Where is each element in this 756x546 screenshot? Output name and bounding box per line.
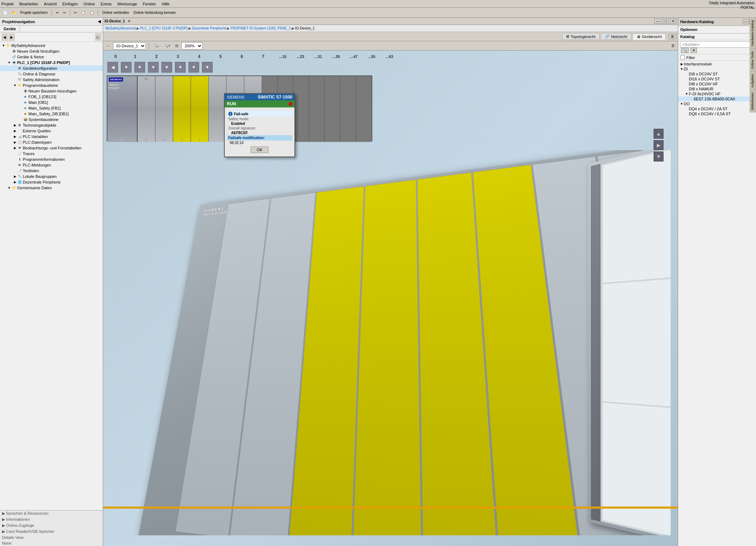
search-btn[interactable]: 🔍: [681, 48, 689, 53]
tree-item-main-safety-fb1[interactable]: ■ Main_Safety [FB1]: [0, 105, 103, 111]
module-slot1[interactable]: |||||| 1: [138, 76, 155, 142]
tree-item-traces[interactable]: 📈 Traces: [0, 151, 103, 157]
nav-down6-arrow[interactable]: ▼: [188, 62, 199, 73]
tree-item-devices-nets[interactable]: 🔗 Geräte & Netze: [0, 54, 103, 60]
tree-item-sys-bausteine[interactable]: 📦 Systembausteine: [0, 117, 103, 122]
maximize-btn[interactable]: □: [663, 18, 669, 24]
nav-down3-arrow[interactable]: ▼: [148, 62, 159, 73]
tree-item-plc-dt[interactable]: ▶ 📋 PLC-Datentypen: [0, 139, 103, 145]
tab-topologie[interactable]: ⊞ Topologiesicht: [562, 33, 600, 40]
cpu-module-0[interactable]: SIEMENS SIMATICET200SP CPU: [107, 76, 138, 142]
copy-btn[interactable]: 📋: [79, 9, 87, 17]
tab-geraete[interactable]: Geräte: [0, 26, 20, 32]
cat-item-dq8[interactable]: DQ8 x DC24V / 0,5A ST: [678, 111, 756, 116]
tree-item-fob1[interactable]: ■ FOB_1 [OB123]: [0, 94, 103, 100]
redo-btn[interactable]: ↪: [61, 9, 68, 17]
expand-view-btn[interactable]: ⊞: [669, 34, 676, 39]
tree-item-plc-msg[interactable]: ✉ PLC-Meldungen: [0, 162, 103, 168]
paste-btn[interactable]: 📋: [88, 9, 96, 17]
menu-projekt[interactable]: Projekt: [1, 2, 14, 6]
sidebar-bottom-sprachen[interactable]: ▶ Sprachen & Ressourcen: [0, 510, 103, 516]
tree-item-progbausteine[interactable]: ▼ 📁 Programmbausteine: [0, 83, 103, 88]
tree-item-tech[interactable]: ▶ ⚙ Technologieobjekte: [0, 122, 103, 128]
tree-item-gemeinsame[interactable]: ▼ 📁 Gemeinsame Daten: [0, 185, 103, 191]
cat-item-dq4[interactable]: DQ4 x DC24V / 2A ST: [678, 106, 756, 111]
cat-item-do[interactable]: ▼ DO: [678, 101, 756, 106]
nav-down5-arrow[interactable]: ▼: [175, 62, 186, 73]
cat-item-di8-24v-hf[interactable]: DI8 x DC24V HF: [678, 81, 756, 86]
tree-item-main-safety-db1[interactable]: ■ Main_Safety_DB [DB1]: [0, 111, 103, 117]
diag-right-arrow[interactable]: ▶: [654, 140, 664, 150]
cat-item-fdi-8x24[interactable]: ▼ F-DI 8x24VDC HF: [678, 91, 756, 96]
tree-item-online-diag[interactable]: 🔍 Online & Diagnose: [0, 71, 103, 77]
tree-item-plc-vars[interactable]: ▶ 📊 PLC-Variablen: [0, 134, 103, 139]
breadcrumb-part-3[interactable]: PROFINET IO-System (100): PN/IE_1: [230, 26, 291, 30]
tree-item-ext-quellen[interactable]: ▶ 📄 Externe Quellen: [0, 128, 103, 134]
nav-down1-arrow[interactable]: ▼: [121, 62, 132, 73]
cat-item-di16-24v-st[interactable]: DI16 x DC24V ST: [678, 76, 756, 81]
tab-netz[interactable]: 🔗 Netzsicht: [601, 33, 631, 40]
diag-up-arrow[interactable]: ▲: [654, 129, 664, 139]
details-view-label[interactable]: Details View: [0, 535, 103, 540]
tree-item-dezentrale[interactable]: ▶ 🌐 Dezentrale Peripherie: [0, 179, 103, 185]
device-selector[interactable]: IO-Device_1: [113, 42, 146, 49]
nav-down7-arrow[interactable]: ▼: [202, 62, 213, 73]
cat-item-di[interactable]: ▼ DI: [678, 67, 756, 71]
tree-item-prog-info[interactable]: ℹ Programminformationen: [0, 157, 103, 162]
menu-fenster[interactable]: Fenster: [143, 2, 156, 6]
nav-down2-arrow[interactable]: ▼: [134, 62, 145, 73]
online-disconnect-btn[interactable]: Online-Verbindung trennen: [132, 9, 178, 17]
fit-view-btn[interactable]: ⊡: [174, 42, 180, 50]
open-project-btn[interactable]: 📂: [10, 9, 18, 17]
save-project-btn[interactable]: Projekt speichern: [18, 9, 49, 17]
tree-item-new-baustein[interactable]: ➕ Neuen Baustein hinzufügen: [0, 88, 103, 94]
menu-extras[interactable]: Extras: [101, 2, 112, 6]
tree-item-lokale-baugr[interactable]: ▶ 🔧 Lokale Baugruppen: [0, 174, 103, 179]
nav-left-rack-arrow[interactable]: ◀: [107, 62, 118, 73]
module-slot2[interactable]: 2: [155, 76, 173, 142]
tab-geraet[interactable]: 🖥 Gerätesicht: [633, 33, 666, 40]
zoom-in-btn[interactable]: 🔍+: [162, 42, 172, 50]
tree-item-textlisten[interactable]: 📝 Textlisten: [0, 168, 103, 174]
cat-item-6es7[interactable]: 6ES7 136-6BA00-0CA0: [678, 96, 756, 101]
menu-online[interactable]: Online: [84, 2, 95, 6]
close-window-icon[interactable]: ✕: [128, 19, 131, 23]
vert-tab-bibliotheken[interactable]: Bibliotheken: [750, 90, 756, 112]
tree-expand-btn[interactable]: ▷: [95, 33, 101, 41]
catalog-search-input[interactable]: [680, 41, 754, 48]
online-connect-btn[interactable]: Online verbinden: [100, 9, 131, 17]
breadcrumb-part-2[interactable]: Dezentrale Peripherie: [192, 26, 227, 30]
new-project-btn[interactable]: 📄: [1, 9, 9, 17]
cat-item-di8-24v-st[interactable]: DI8 x DC24V ST: [678, 71, 756, 76]
undo-btn[interactable]: ↩: [54, 9, 60, 17]
menu-ansicht[interactable]: Ansicht: [44, 2, 57, 6]
tree-item-new-device[interactable]: ➕ Neues Gerät hinzufügen: [0, 48, 103, 54]
cat-item-di8-namur[interactable]: DI8 x NAMUR: [678, 86, 756, 91]
catalog-min-btn[interactable]: —: [742, 19, 749, 24]
tree-item-geraetekonfig[interactable]: ⚙ Gerätekonfiguration: [0, 65, 103, 71]
diag-down-arrow[interactable]: ▼: [654, 152, 664, 161]
zoom-level-selector[interactable]: 200%: [181, 42, 203, 49]
filter-checkbox[interactable]: [680, 55, 685, 60]
close-btn[interactable]: ✕: [670, 18, 676, 24]
module-slot3-yellow[interactable]: 3: [173, 76, 191, 142]
sidebar-bottom-online[interactable]: ▶ Online-Zugänge: [0, 523, 103, 529]
breadcrumb-part-0[interactable]: MySafetyAdvanced: [105, 26, 136, 30]
module-slot4-yellow[interactable]: 4: [191, 76, 209, 142]
menu-bearbeiten[interactable]: Bearbeiten: [19, 2, 38, 6]
cat-item-interface[interactable]: ▶ Interfacemodule: [678, 62, 756, 67]
popup-ok-button[interactable]: OK: [251, 147, 268, 153]
zoom-out-btn[interactable]: 🔍-: [152, 42, 161, 50]
catalog-toggle-btn[interactable]: ☰: [670, 42, 676, 50]
tree-item-watch[interactable]: ▶ 👁 Beobachtungs- und Forcetabellen: [0, 145, 103, 151]
vert-tab-hw-catalog[interactable]: Hardware-Katalog: [750, 18, 756, 49]
forward-btn[interactable]: ▶: [9, 33, 15, 41]
tree-item-plc1[interactable]: ▼ 💻 PLC_1 [CPU 1516F-3 PN/DP]: [0, 60, 103, 65]
tree-item-mysafety[interactable]: ▼ 📁 MySafetyAdvanced: [0, 43, 103, 48]
minimize-btn[interactable]: —: [654, 18, 661, 24]
nav-down4-arrow[interactable]: ▼: [161, 62, 172, 73]
tree-item-safety-admin[interactable]: 🛡 Safety Administration: [0, 77, 103, 83]
sidebar-bottom-card[interactable]: ▶ Card Reader/USB-Speicher: [0, 529, 103, 535]
tab-window-title[interactable]: IO-Device_1: [105, 19, 125, 23]
sidebar-bottom-info[interactable]: ▶ Informationen: [0, 516, 103, 523]
